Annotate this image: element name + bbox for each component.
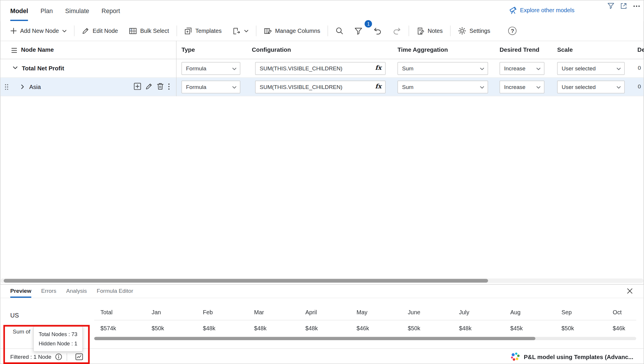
preview-cell: $574k (94, 320, 145, 336)
scale-select[interactable]: User selected (557, 62, 625, 75)
redo-button[interactable] (387, 24, 407, 38)
settings-label: Settings (469, 28, 490, 34)
expand-chevron-icon[interactable] (21, 84, 24, 89)
preview-col-header: June (402, 304, 453, 320)
model-grid: Node Name Type Configuration Time Aggreg… (0, 41, 643, 96)
telescope-icon (509, 6, 517, 14)
preview-cell: $50k (402, 320, 453, 336)
horizontal-scrollbar-thumb[interactable] (4, 279, 488, 283)
configuration-input[interactable]: SUM(THIS.VISIBLE_CHILDREN) fx (255, 62, 385, 75)
column-header-time-aggregation[interactable]: Time Aggregation (398, 47, 448, 53)
chart-view-icon[interactable] (75, 353, 83, 360)
more-options-icon[interactable] (633, 4, 640, 8)
preview-scrollbar-thumb[interactable] (94, 337, 536, 340)
tab-errors[interactable]: Errors (41, 285, 56, 298)
explore-other-models-label: Explore other models (520, 7, 574, 14)
bulk-select-label: Bulk Select (140, 28, 169, 34)
desired-trend-select[interactable]: Increase (499, 62, 544, 75)
time-aggregation-select[interactable]: Sum (398, 62, 488, 75)
manage-columns-button[interactable]: Manage Columns (258, 24, 326, 38)
toolbar-divider (74, 26, 74, 36)
copy-to-button[interactable] (227, 24, 254, 38)
horizontal-scrollbar-track[interactable] (0, 279, 643, 283)
templates-label: Templates (195, 28, 222, 34)
top-nav: Model Plan Simulate Report Explore other… (0, 0, 643, 21)
configuration-value: SUM(THIS.VISIBLE_CHILDREN) (260, 84, 342, 90)
filtered-nodes-label: Filtered : 1 Node (10, 354, 51, 360)
delete-row-icon[interactable] (157, 83, 164, 90)
time-aggregation-select[interactable]: Sum (398, 81, 488, 93)
formula-editor-icon[interactable]: fx (375, 83, 382, 90)
node-name-label[interactable]: Total Net Profit (22, 65, 64, 72)
notes-label: Notes (428, 28, 443, 34)
node-name-label[interactable]: Asia (29, 83, 41, 90)
bulk-select-button[interactable]: Bulk Select (123, 24, 174, 38)
close-panel-icon[interactable] (627, 288, 633, 294)
formula-editor-icon[interactable]: fx (375, 64, 382, 72)
expand-icon[interactable] (620, 2, 628, 10)
model-identity: P&L model using Templates (Advanc... (510, 352, 633, 362)
series-label: Sum of (13, 329, 31, 335)
filter-button[interactable]: 1 (349, 24, 368, 38)
toolbar-divider (176, 26, 177, 36)
primary-nav: Model Plan Simulate Report (10, 0, 120, 21)
type-select[interactable]: Formula (182, 81, 240, 93)
add-child-node-icon[interactable] (134, 83, 141, 90)
column-header-desired-trend[interactable]: Desired Trend (499, 47, 539, 53)
preview-body: US Sum of Total Jan Feb Mar April May Ju… (0, 298, 643, 349)
manage-columns-icon (264, 27, 272, 35)
panel-footer: Filtered : 1 Node (0, 348, 643, 364)
add-new-node-label: Add New Node (20, 28, 59, 34)
menu-icon[interactable] (11, 48, 17, 53)
model-name-label[interactable]: P&L model using Templates (Advanc... (524, 354, 634, 360)
preview-cell: $45k (504, 320, 555, 336)
nav-tab-model[interactable]: Model (10, 0, 28, 21)
preview-scrollbar-track[interactable] (94, 337, 636, 340)
templates-icon (184, 27, 192, 35)
notes-icon (417, 27, 424, 35)
preview-col-header: April (299, 304, 350, 320)
tab-formula-editor[interactable]: Formula Editor (97, 285, 133, 298)
column-header-configuration[interactable]: Configuration (252, 47, 291, 53)
drag-handle-icon[interactable] (5, 84, 9, 90)
column-header-node-name[interactable]: Node Name (21, 47, 54, 53)
manage-columns-label: Manage Columns (275, 28, 320, 34)
settings-button[interactable]: Settings (453, 24, 496, 38)
nav-tab-plan[interactable]: Plan (40, 0, 53, 21)
templates-button[interactable]: Templates (179, 24, 227, 38)
collapse-chevron-icon[interactable] (13, 66, 18, 69)
column-header-clipped[interactable]: De (637, 47, 644, 53)
desired-trend-select[interactable]: Increase (499, 81, 544, 93)
row-more-options-icon[interactable] (168, 83, 170, 90)
info-icon[interactable] (55, 353, 62, 360)
redo-icon (393, 27, 401, 35)
tab-analysis[interactable]: Analysis (66, 285, 87, 298)
configuration-input[interactable]: SUM(THIS.VISIBLE_CHILDREN) fx (255, 81, 385, 93)
preview-header-row: Total Jan Feb Mar April May June July Au… (94, 304, 636, 320)
explore-other-models-link[interactable]: Explore other models (509, 6, 574, 14)
edit-node-button[interactable]: Edit Node (77, 24, 123, 38)
column-header-scale[interactable]: Scale (557, 47, 573, 53)
copy-to-icon (232, 27, 241, 35)
preview-col-header: Mar (248, 304, 299, 320)
search-button[interactable] (330, 24, 349, 38)
time-aggregation-value: Sum (402, 84, 413, 90)
app-logo-icon (510, 352, 520, 362)
type-select[interactable]: Formula (182, 62, 240, 75)
edit-row-icon[interactable] (145, 83, 152, 90)
nav-tab-simulate[interactable]: Simulate (65, 0, 89, 21)
notes-button[interactable]: Notes (411, 24, 448, 38)
grid-icon (129, 27, 137, 35)
add-new-node-button[interactable]: Add New Node (10, 24, 72, 38)
tab-preview[interactable]: Preview (10, 285, 31, 298)
clipped-cell-value: 0 (638, 65, 641, 71)
scale-select[interactable]: User selected (557, 81, 625, 93)
preview-col-header: Jan (145, 304, 197, 320)
preview-cell: $46k (351, 320, 402, 336)
help-button[interactable]: ? (503, 24, 522, 38)
filter-view-icon[interactable] (607, 2, 614, 9)
edit-node-label: Edit Node (93, 28, 118, 34)
column-header-type[interactable]: Type (182, 47, 195, 53)
chevron-down-icon (480, 67, 485, 70)
nav-tab-report[interactable]: Report (102, 0, 120, 21)
